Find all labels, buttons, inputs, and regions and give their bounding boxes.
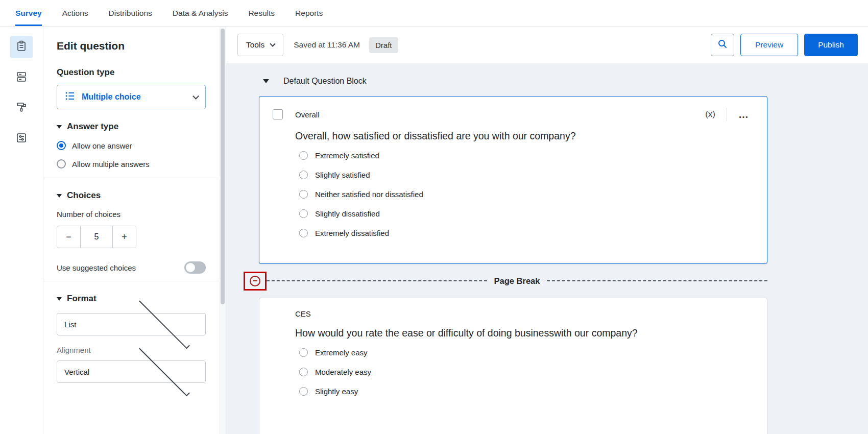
suggested-choices-row: Use suggested choices — [57, 261, 206, 274]
choice-label: Slightly easy — [315, 387, 358, 396]
choice-radio-icon — [299, 387, 308, 396]
preview-button[interactable]: Preview — [740, 34, 798, 56]
choice-label: Slightly satisfied — [315, 171, 370, 179]
radio-allow-one-answer[interactable]: Allow one answer — [57, 141, 206, 150]
radio-allow-multiple-answers[interactable]: Allow multiple answers — [57, 159, 206, 168]
choice-radio-icon — [299, 229, 308, 237]
tab-actions[interactable]: Actions — [62, 0, 88, 26]
question-card-overall[interactable]: Overall (x) … Overall, how satisfied or … — [259, 96, 767, 264]
main-area: Tools Saved at 11:36 AM Draft Preview Pu… — [226, 27, 868, 434]
section-divider — [43, 178, 219, 178]
panel-title: Edit question — [57, 40, 206, 52]
suggested-choices-label: Use suggested choices — [57, 263, 136, 272]
question-type-value: Multiple choice — [82, 92, 187, 102]
choice-row[interactable]: Extremely dissatisfied — [299, 227, 767, 239]
rail-item-survey-options[interactable] — [10, 128, 33, 150]
rail-item-survey-builder[interactable] — [10, 36, 33, 58]
choice-label: Neither satisfied nor dissatisfied — [315, 190, 423, 199]
format-title: Format — [67, 294, 97, 304]
tab-survey[interactable]: Survey — [15, 0, 42, 26]
bulleted-list-icon — [64, 90, 76, 104]
minus-circle-icon[interactable] — [250, 276, 260, 286]
section-divider — [43, 281, 219, 281]
choice-row[interactable]: Slightly satisfied — [299, 168, 767, 181]
choice-radio-icon — [299, 190, 308, 199]
alignment-value: Vertical — [64, 368, 131, 376]
page-break-line — [267, 280, 487, 281]
page-break-row: Page Break — [259, 268, 767, 294]
alignment-dropdown[interactable]: Vertical — [57, 360, 206, 383]
tab-data-analysis[interactable]: Data & Analysis — [173, 0, 228, 26]
tab-results[interactable]: Results — [248, 0, 275, 26]
draft-status-badge: Draft — [369, 37, 398, 53]
radio-button-icon — [57, 141, 66, 150]
tab-distributions[interactable]: Distributions — [109, 0, 152, 26]
answer-type-section-header[interactable]: Answer type — [57, 122, 206, 132]
block-title: Default Question Block — [283, 77, 367, 86]
chevron-down-icon — [192, 93, 199, 100]
choice-label: Extremely dissatisfied — [315, 229, 389, 237]
choice-radio-icon — [299, 209, 308, 218]
tools-dropdown-button[interactable]: Tools — [237, 34, 283, 56]
collapse-caret-icon — [57, 297, 62, 301]
choice-row[interactable]: Extremely easy — [299, 346, 767, 358]
block-collapse-icon[interactable] — [263, 79, 269, 83]
question-card-header: Overall (x) … — [259, 108, 767, 121]
format-list-dropdown[interactable]: List — [57, 313, 206, 335]
decrement-button[interactable]: − — [57, 226, 80, 248]
collapse-caret-icon — [57, 125, 62, 129]
increment-button[interactable]: + — [113, 226, 136, 248]
question-checkbox[interactable] — [273, 109, 283, 119]
question-dismiss-button[interactable]: (x) — [705, 109, 715, 119]
choice-radio-icon — [299, 348, 308, 357]
choice-row[interactable]: Slightly dissatisfied — [299, 207, 767, 220]
edit-question-panel: Edit question Question type Multiple cho… — [43, 27, 219, 434]
settings-sliders-icon — [15, 132, 28, 146]
publish-button[interactable]: Publish — [804, 34, 858, 56]
top-nav: Survey Actions Distributions Data & Anal… — [0, 0, 868, 27]
question-type-dropdown[interactable]: Multiple choice — [57, 85, 206, 109]
tools-label: Tools — [246, 40, 264, 50]
format-section-header[interactable]: Format — [57, 294, 206, 304]
choice-radio-icon — [299, 171, 308, 179]
question-menu-button[interactable]: … — [738, 112, 750, 117]
answer-type-title: Answer type — [67, 122, 118, 132]
radio-label: Allow multiple answers — [72, 160, 150, 168]
header-divider — [727, 108, 727, 121]
choice-label: Slightly dissatisfied — [315, 209, 380, 218]
number-of-choices-label: Number of choices — [57, 210, 206, 219]
toolbar-right-group: Preview Publish — [711, 34, 858, 56]
question-text[interactable]: Overall, how satisfied or dissatisfied a… — [295, 130, 750, 142]
suggested-choices-toggle[interactable] — [184, 261, 206, 274]
choice-row[interactable]: Slightly easy — [299, 385, 767, 397]
question-type-label: Question type — [57, 67, 206, 78]
format-list-value: List — [64, 320, 131, 329]
question-id-label: CES — [295, 309, 311, 318]
choice-radio-icon — [299, 151, 308, 160]
question-text[interactable]: How would you rate the ease or difficult… — [295, 327, 750, 339]
rail-item-look-and-feel[interactable] — [10, 97, 33, 119]
paint-roller-icon — [15, 101, 28, 115]
question-card-ces[interactable]: CES How would you rate the ease or diffi… — [259, 298, 767, 434]
choice-row[interactable]: Extremely satisfied — [299, 149, 767, 161]
chevron-down-icon — [139, 298, 190, 349]
choices-section-header[interactable]: Choices — [57, 190, 206, 201]
clipboard-icon — [15, 40, 28, 54]
app-body: Edit question Question type Multiple cho… — [0, 27, 868, 434]
collapse-caret-icon — [57, 194, 62, 198]
tab-reports[interactable]: Reports — [295, 0, 323, 26]
choice-radio-icon — [299, 368, 308, 376]
search-icon — [717, 38, 728, 52]
question-block-container: Default Question Block Overall (x) … Ove… — [259, 71, 767, 434]
survey-canvas: Default Question Block Overall (x) … Ove… — [226, 63, 868, 434]
rail-item-blocks[interactable] — [10, 66, 33, 89]
radio-label: Allow one answer — [72, 141, 132, 150]
panel-scrollbar[interactable] — [219, 27, 226, 434]
blocks-icon — [15, 70, 28, 85]
choice-row[interactable]: Neither satisfied nor dissatisfied — [299, 188, 767, 200]
choice-row[interactable]: Moderately easy — [299, 366, 767, 378]
scrollbar-thumb[interactable] — [221, 29, 225, 304]
choice-label: Extremely satisfied — [315, 151, 379, 160]
annotation-highlight — [244, 272, 267, 291]
search-button[interactable] — [711, 34, 734, 56]
